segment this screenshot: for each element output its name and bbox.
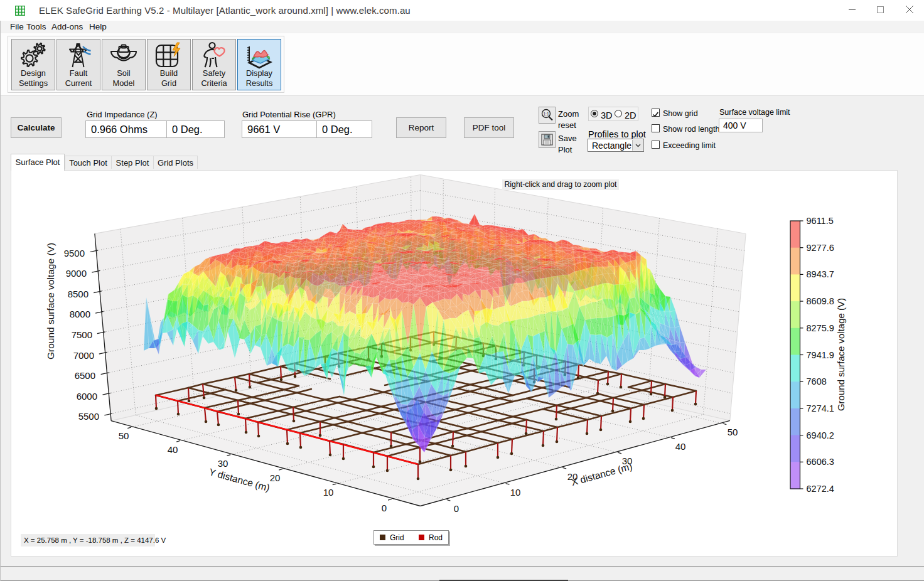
svg-text:8500: 8500 (68, 289, 89, 299)
svg-text:9000: 9000 (66, 268, 87, 279)
svg-text:10: 10 (510, 487, 521, 498)
svg-text:7500: 7500 (72, 329, 92, 340)
svg-text:8275.9: 8275.9 (807, 323, 834, 333)
svg-text:8000: 8000 (70, 309, 90, 319)
svg-text:6606.3: 6606.3 (807, 457, 834, 467)
svg-text:7274.1: 7274.1 (807, 403, 834, 413)
svg-text:0: 0 (454, 503, 459, 514)
svg-text:8943.7: 8943.7 (807, 269, 834, 279)
svg-text:40: 40 (168, 444, 178, 455)
svg-text:Rod: Rod (429, 533, 443, 542)
svg-text:40: 40 (675, 441, 686, 452)
svg-text:Y distance (m): Y distance (m) (208, 466, 271, 493)
svg-text:9277.6: 9277.6 (807, 243, 834, 253)
svg-text:10: 10 (323, 487, 334, 498)
svg-text:30: 30 (218, 458, 228, 469)
svg-text:Ground surface voltage (V): Ground surface voltage (V) (45, 243, 56, 360)
svg-text:6272.4: 6272.4 (807, 484, 834, 494)
svg-text:7000: 7000 (73, 350, 94, 361)
svg-text:7941.9: 7941.9 (807, 350, 834, 360)
svg-text:X distance (m): X distance (m) (570, 461, 633, 488)
svg-text:6000: 6000 (77, 391, 97, 402)
svg-text:50: 50 (728, 427, 738, 437)
svg-text:9611.5: 9611.5 (807, 216, 834, 226)
svg-text:50: 50 (119, 430, 129, 441)
svg-text:6940.2: 6940.2 (807, 430, 834, 440)
svg-text:9500: 9500 (64, 248, 85, 259)
svg-text:Grid: Grid (390, 533, 404, 542)
svg-text:Ground surface voltage (V): Ground surface voltage (V) (835, 298, 846, 411)
svg-text:1:1: 1:1 (543, 112, 549, 116)
svg-text:0: 0 (382, 503, 387, 513)
svg-text:7608: 7608 (807, 376, 827, 386)
svg-text:5500: 5500 (78, 411, 99, 422)
svg-text:20: 20 (270, 472, 281, 483)
svg-text:6500: 6500 (75, 370, 95, 381)
svg-text:8609.8: 8609.8 (807, 296, 834, 306)
